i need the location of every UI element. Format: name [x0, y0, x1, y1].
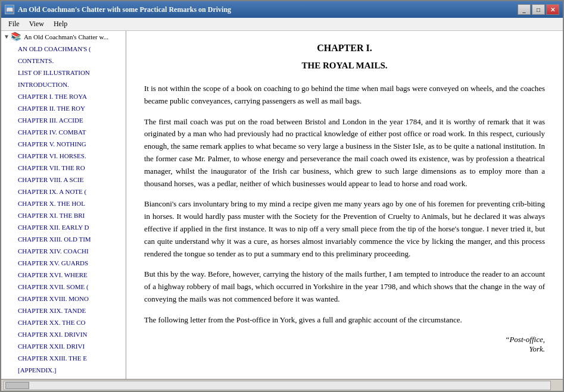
window-icon: 📖	[5, 5, 14, 14]
paragraph-2: The first mail coach was put on the road…	[144, 116, 545, 190]
sidebar-item-3[interactable]: INTRODUCTION.	[1, 79, 126, 90]
scrollbar-thumb[interactable]	[5, 382, 29, 389]
sidebar-item-14[interactable]: CHAPTER XI. THE BRI	[1, 209, 126, 221]
sidebar-item-27[interactable]: [APPENDIX.]	[1, 364, 126, 376]
close-button[interactable]: ✕	[546, 4, 559, 15]
view-menu[interactable]: View	[24, 18, 49, 30]
maximize-button[interactable]: □	[532, 4, 545, 15]
sidebar-item-24[interactable]: CHAPTER XXI. DRIVIN	[1, 328, 126, 340]
sidebar-item-12[interactable]: CHAPTER IX. A NOTE (	[1, 186, 126, 197]
book-icon: 📚	[11, 32, 21, 42]
paragraph-5: The following letter from the Post-offic…	[144, 314, 545, 327]
sidebar-item-15[interactable]: CHAPTER XII. EARLY D	[1, 221, 126, 233]
sidebar-item-25[interactable]: CHAPTER XXII. DRIVI	[1, 340, 126, 352]
paragraph-3: Bianconi's cars involuntary bring to my …	[144, 198, 545, 260]
sidebar-item-17[interactable]: CHAPTER XIV. COACHI	[1, 245, 126, 257]
paragraph-1: It is not within the scope of a book on …	[144, 83, 545, 108]
minimize-button[interactable]: _	[518, 4, 531, 15]
window-controls: _ □ ✕	[518, 4, 559, 15]
sidebar-item-16[interactable]: CHAPTER XIII. OLD TIM	[1, 233, 126, 245]
sidebar-item-11[interactable]: CHAPTER VIII. A SCIE	[1, 174, 126, 186]
expand-icon: ▼	[4, 32, 10, 42]
sidebar-item-19[interactable]: CHAPTER XVI. WHERE	[1, 269, 126, 281]
main-window: 📖 An Old Coachman's Chatter with some Pr…	[0, 0, 564, 392]
main-area: ▼ 📚 An Old Coachman's Chatter w... AN OL…	[1, 31, 563, 379]
sidebar-item-21[interactable]: CHAPTER XVIII. MONO	[1, 293, 126, 305]
content-area[interactable]: CHAPTER I. THE ROYAL MAILS. It is not wi…	[126, 31, 563, 379]
sidebar-item-22[interactable]: CHAPTER XIX. TANDE	[1, 305, 126, 316]
sidebar[interactable]: ▼ 📚 An Old Coachman's Chatter w... AN OL…	[1, 31, 126, 379]
help-menu[interactable]: Help	[49, 18, 72, 30]
status-corner	[551, 381, 560, 390]
horizontal-scrollbar[interactable]	[4, 381, 551, 390]
sidebar-item-9[interactable]: CHAPTER VI. HORSES.	[1, 150, 126, 162]
sidebar-item-13[interactable]: CHAPTER X. THE HOL	[1, 197, 126, 209]
sidebar-item-28[interactable]: @public@vhost@g@gu	[1, 376, 126, 379]
sidebar-item-2[interactable]: LIST OF ILLUSTRATION	[1, 67, 126, 79]
status-bar	[1, 379, 563, 391]
sidebar-item-18[interactable]: CHAPTER XV. GUARDS	[1, 257, 126, 269]
sidebar-item-0[interactable]: AN OLD COACHMAN'S (	[1, 43, 126, 55]
chapter-subtitle: THE ROYAL MAILS.	[144, 61, 545, 71]
tree-root[interactable]: ▼ 📚 An Old Coachman's Chatter w...	[1, 31, 126, 43]
postoffice-text: “Post-office, York.	[144, 335, 545, 354]
sidebar-item-23[interactable]: CHAPTER XX. THE CO	[1, 316, 126, 328]
chapter-title: CHAPTER I.	[144, 43, 545, 54]
file-menu[interactable]: File	[4, 18, 24, 30]
window-title: An Old Coachman's Chatter with some Prac…	[18, 5, 231, 14]
sidebar-item-8[interactable]: CHAPTER V. NOTHING	[1, 138, 126, 150]
paragraph-4: But this by the way. Before, however, ca…	[144, 268, 545, 305]
sidebar-item-4[interactable]: CHAPTER I. THE ROYA	[1, 90, 126, 102]
sidebar-item-26[interactable]: CHAPTER XXIII. THE E	[1, 352, 126, 364]
sidebar-item-1[interactable]: CONTENTS.	[1, 55, 126, 67]
sidebar-item-20[interactable]: CHAPTER XVII. SOME (	[1, 281, 126, 293]
sidebar-item-10[interactable]: CHAPTER VII. THE RO	[1, 162, 126, 174]
sidebar-item-6[interactable]: CHAPTER III. ACCIDE	[1, 114, 126, 126]
menu-bar: File View Help	[1, 18, 563, 31]
sidebar-item-7[interactable]: CHAPTER IV. COMBAT	[1, 126, 126, 138]
sidebar-item-5[interactable]: CHAPTER II. THE ROY	[1, 102, 126, 114]
title-bar: 📖 An Old Coachman's Chatter with some Pr…	[1, 1, 563, 18]
tree-root-label: An Old Coachman's Chatter w...	[24, 32, 108, 42]
